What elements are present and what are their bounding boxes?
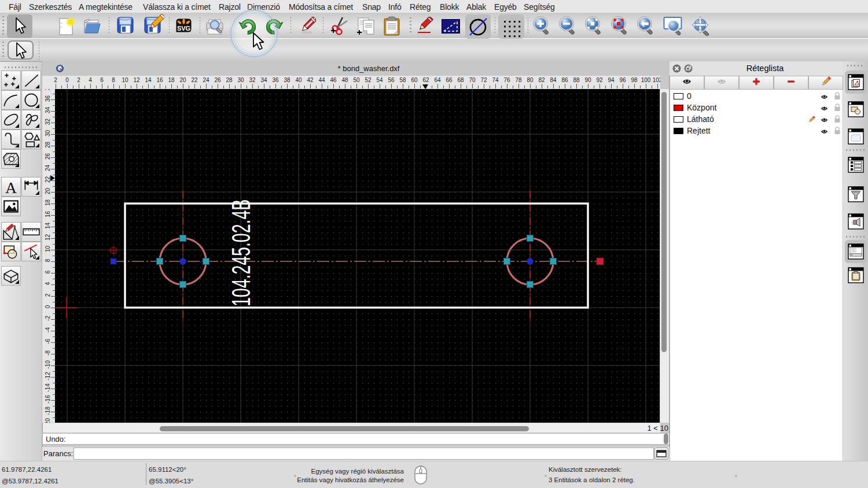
svg-text:SVG: SVG [177,25,190,32]
svg-text:104.245.02.4B: 104.245.02.4B [226,199,255,306]
svg-text:A: A [5,179,17,196]
